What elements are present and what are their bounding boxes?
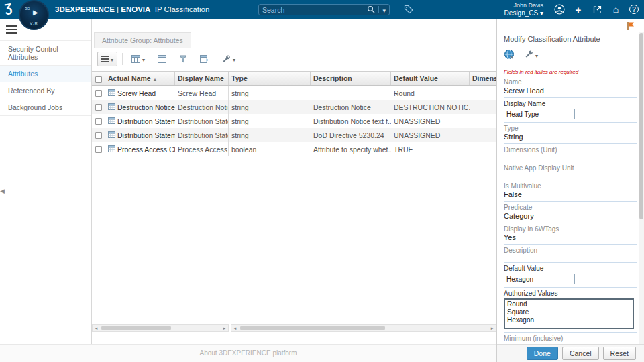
table-row[interactable]: Distribution StatementDistribution State… (92, 114, 496, 128)
field-default-value: Default Value (504, 263, 637, 288)
row-checkbox[interactable] (95, 146, 102, 153)
scroll-left-icon[interactable] (93, 326, 100, 331)
panel-vertical-scrollbar[interactable] (639, 32, 644, 345)
cell-type: boolean (229, 145, 311, 154)
cell-actual-name: Destruction Notice (105, 103, 175, 111)
horizontal-scrollbar-right[interactable] (231, 324, 496, 332)
authorized-values-textarea[interactable] (504, 298, 634, 329)
default-value-input[interactable] (504, 274, 575, 284)
horizontal-scrollbar-left[interactable] (92, 324, 229, 332)
play-icon: ▶ (33, 9, 38, 16)
table-icon (131, 55, 140, 63)
cell-default-value: UNASSIGNED (391, 131, 470, 139)
col-actual-name[interactable]: Actual Name (105, 72, 175, 85)
row-checkbox[interactable] (95, 90, 102, 97)
collapse-panel-chevron-icon[interactable] (0, 188, 5, 194)
col-default-value[interactable]: Default Value (391, 72, 470, 85)
select-all-checkbox[interactable] (95, 76, 102, 83)
tab-attribute-group[interactable]: Attribute Group: Attributes (94, 32, 191, 48)
row-checkbox[interactable] (95, 118, 102, 125)
flag-icon[interactable] (627, 21, 635, 32)
sidebar-item-attributes[interactable]: Attributes (0, 66, 91, 82)
tools-button[interactable] (218, 52, 239, 66)
chevron-down-icon (111, 55, 113, 63)
row-checkbox[interactable] (95, 104, 102, 111)
filter-button[interactable] (175, 52, 191, 66)
panel-tools-button[interactable] (521, 48, 542, 62)
field-label: Dimensions (Unit) (504, 146, 637, 154)
table-edit-button[interactable] (127, 52, 149, 66)
cell-default-value: TRUE (391, 145, 470, 154)
field-predicate: PredicateCategory (504, 202, 637, 223)
list-menu-button[interactable] (97, 52, 117, 66)
field-authorized-values: Authorized Values (504, 288, 637, 333)
display-name-input[interactable] (504, 109, 575, 119)
cell-default-value: Round (391, 89, 470, 97)
field-is-multivalue: Is MultivalueFalse (504, 180, 637, 202)
col-description[interactable]: Description (311, 72, 391, 85)
scrollbar-thumb[interactable] (101, 326, 171, 330)
search-options-chevron-icon[interactable] (382, 6, 386, 14)
table-row[interactable]: Screw HeadScrew HeadstringRound (92, 86, 496, 100)
field-label: Display in 6WTags (504, 225, 637, 233)
add-content-icon[interactable] (573, 4, 584, 15)
col-dimensions[interactable]: Dimens (470, 72, 496, 85)
cell-default-value: DESTRUCTION NOTIC... (391, 103, 470, 111)
app-name: ENOVIA (121, 5, 150, 13)
scroll-right-icon[interactable] (221, 326, 228, 331)
field-label: Minimum (inclusive) (504, 335, 637, 342)
about-link[interactable]: About 3DEXPERIENCE platform (199, 349, 297, 357)
field-value: Yes (504, 233, 637, 241)
globe-settings-icon[interactable] (504, 49, 515, 61)
attribute-icon (108, 131, 115, 139)
scrollbar-thumb[interactable] (639, 33, 643, 219)
compass-menu-icon[interactable]: 3D ▶ V.R (19, 0, 49, 30)
field-dimensions-unit: Dimensions (Unit) (504, 144, 637, 162)
tab-strip: Attribute Group: Attributes (92, 19, 496, 48)
search-input[interactable]: Search (258, 4, 390, 15)
row-checkbox[interactable] (95, 132, 102, 139)
sidebar-item-background-jobs[interactable]: Background Jobs (0, 99, 91, 116)
attribute-icon (108, 89, 115, 97)
divider (378, 6, 379, 13)
select-all-cell (92, 72, 105, 85)
user-menu[interactable]: John Davis Design_CS ▾ (504, 1, 543, 17)
columns-button[interactable] (154, 52, 170, 66)
col-type[interactable]: Type (229, 72, 311, 85)
cell-type: string (229, 117, 311, 125)
export-icon (200, 55, 209, 63)
search-placeholder: Search (262, 6, 367, 14)
panel-toolbar (497, 46, 644, 66)
cell-display-name: Screw Head (175, 86, 229, 100)
field-type: TypeString (504, 123, 637, 144)
field-value: Screw Head (504, 86, 637, 95)
col-display-name[interactable]: Display Name (175, 72, 229, 85)
field-label: Type (504, 125, 637, 132)
required-fields-note: Fields in red italics are required (504, 66, 637, 76)
share-icon[interactable] (592, 4, 602, 15)
table-row[interactable]: Process Access ClassProcess Access ...bo… (92, 142, 496, 156)
user-role: Design_CS ▾ (504, 9, 543, 17)
divider (122, 53, 123, 65)
sidebar-item-security-control-attributes[interactable]: Security Control Attributes (0, 41, 91, 66)
search-icon[interactable] (367, 5, 375, 15)
scrollbar-thumb[interactable] (240, 326, 385, 330)
cell-description: DoD Directive 5230.24 (311, 131, 391, 139)
export-button[interactable] (196, 52, 213, 66)
scroll-left-icon[interactable] (231, 326, 239, 331)
hamburger-menu-icon[interactable] (6, 25, 17, 34)
reset-button[interactable]: Reset (603, 347, 636, 360)
tag-icon[interactable] (404, 5, 413, 15)
scroll-right-icon[interactable] (488, 326, 496, 331)
cancel-button[interactable]: Cancel (562, 347, 599, 360)
table-row[interactable]: Destruction NoticeDestruction Noticestri… (92, 100, 496, 114)
field-display-in-6wtags: Display in 6WTagsYes (504, 223, 637, 245)
table-row[interactable]: Distribution StatementDistribution State… (92, 128, 496, 142)
done-button[interactable]: Done (527, 347, 558, 360)
profile-icon[interactable] (554, 4, 565, 15)
help-icon[interactable] (629, 5, 639, 14)
sidebar-item-referenced-by[interactable]: Referenced By (0, 82, 91, 99)
attribute-icon (108, 103, 115, 111)
home-icon[interactable] (610, 4, 621, 15)
field-label: Authorized Values (504, 290, 637, 297)
